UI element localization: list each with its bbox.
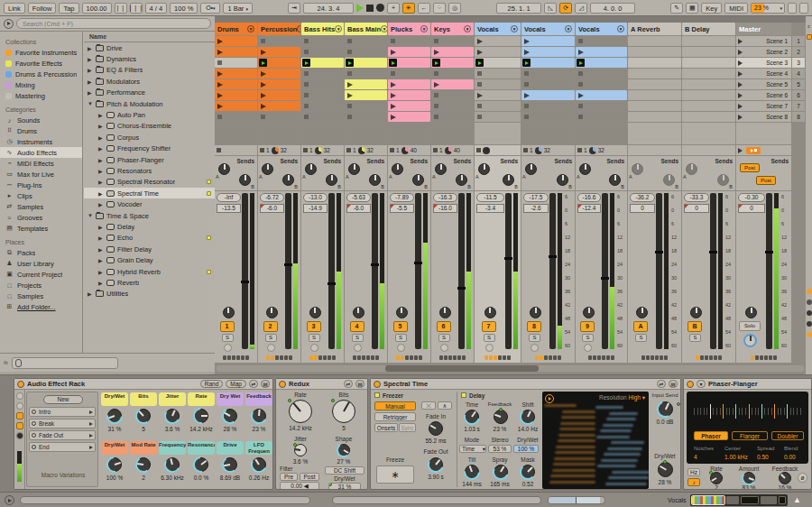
freezer-led[interactable]: [374, 392, 380, 398]
hot-swap-icon[interactable]: ⇄: [249, 380, 258, 388]
metronome-button[interactable]: O•▾: [200, 3, 220, 14]
send-a-post-toggle[interactable]: Post: [740, 163, 760, 172]
jitter-knob[interactable]: [294, 444, 307, 456]
track-menu-icon[interactable]: ▾: [247, 25, 254, 32]
output-drywet-knob[interactable]: [658, 462, 673, 477]
variation-launch-icon[interactable]: [89, 422, 93, 426]
volume-fader[interactable]: [602, 193, 608, 349]
clip-slot[interactable]: [576, 36, 627, 46]
clip-slot[interactable]: [215, 47, 257, 57]
rand-button[interactable]: Rand: [200, 380, 224, 388]
rate-knob[interactable]: [289, 400, 312, 423]
clip-slot[interactable]: [345, 69, 387, 78]
pan-knob[interactable]: [266, 307, 278, 318]
shift-knob[interactable]: [521, 410, 535, 424]
macro-knob[interactable]: [107, 409, 122, 423]
clip-stop-button[interactable]: [217, 148, 221, 152]
send-b-knob[interactable]: [717, 174, 729, 186]
clip-stop-button[interactable]: [346, 148, 351, 152]
save-preset-icon[interactable]: ▤: [261, 380, 270, 388]
tree-item-chorus-ensemble[interactable]: ▶Chorus-Ensemble: [84, 121, 215, 132]
scene-slot[interactable]: Scene 7: [736, 101, 791, 111]
clip-slot[interactable]: [345, 79, 387, 89]
clip-slot[interactable]: [301, 58, 344, 68]
volume-fader[interactable]: [372, 193, 378, 349]
sidebar-item-instruments[interactable]: ◷Instruments: [0, 136, 82, 147]
clip-stop-button[interactable]: [577, 148, 582, 152]
macro-knob[interactable]: [223, 409, 237, 423]
clip-slot[interactable]: [682, 112, 735, 122]
tree-item-phaser-flanger[interactable]: ▶Phaser-Flanger: [84, 154, 215, 165]
pan-knob[interactable]: [309, 307, 321, 318]
variation-fade-out[interactable]: Fade Out: [29, 430, 96, 440]
peak-level-display[interactable]: -5.63: [346, 193, 371, 202]
xfade-ramp-button[interactable]: ∧: [438, 401, 452, 410]
peak-level-display[interactable]: -7.89: [390, 193, 414, 202]
show-mixer-icon[interactable]: [807, 310, 812, 316]
fader-thumb[interactable]: [601, 277, 609, 280]
link-button[interactable]: Link: [4, 3, 25, 14]
macro-knob[interactable]: [107, 457, 122, 472]
resolution-value[interactable]: High: [629, 394, 641, 401]
pan-knob[interactable]: [396, 307, 408, 318]
expand-arrow-icon[interactable]: ▶: [98, 246, 104, 253]
show-variations-icon[interactable]: [16, 392, 23, 400]
preview-button[interactable]: [4, 19, 14, 29]
clip-slot[interactable]: [475, 47, 521, 57]
scene-launch-icon[interactable]: [738, 60, 743, 66]
track-activator[interactable]: 7: [482, 321, 496, 332]
spray-knob[interactable]: [494, 465, 508, 479]
pan-knob[interactable]: [636, 307, 648, 318]
macro-knob[interactable]: [194, 409, 208, 423]
sidebar-item-samples[interactable]: ⇄Samples: [0, 201, 82, 212]
track-activator[interactable]: 4: [350, 321, 364, 332]
clip-slot[interactable]: [521, 79, 575, 89]
send-a-knob[interactable]: [632, 163, 643, 175]
clip-slot[interactable]: [682, 47, 735, 57]
tree-item-drive[interactable]: ▶Drive: [84, 42, 215, 53]
track-header[interactable]: Percussion▾: [258, 23, 300, 35]
clip-slot[interactable]: [431, 36, 474, 46]
track-activator[interactable]: 6: [437, 321, 451, 332]
show-devices-icon[interactable]: [16, 422, 23, 429]
freeze-button[interactable]: ∗: [376, 466, 414, 484]
tree-item-dynamics[interactable]: ▶Dynamics: [84, 53, 215, 64]
record-button[interactable]: [376, 4, 384, 12]
follow-button[interactable]: Follow: [28, 3, 57, 14]
track-header[interactable]: Keys▾: [431, 23, 474, 35]
solo-button[interactable]: S: [484, 334, 495, 342]
clip-slot[interactable]: [475, 58, 521, 68]
sidebar-item-sounds[interactable]: ♪Sounds: [0, 115, 82, 125]
show-crossfader-icon[interactable]: [807, 332, 812, 337]
clip-slot[interactable]: [475, 112, 521, 122]
clip-slot[interactable]: [628, 47, 681, 57]
solo-button[interactable]: S: [689, 334, 701, 342]
fader-thumb[interactable]: [371, 263, 379, 266]
nudge-up-icon[interactable]: ❘❘❘: [130, 3, 143, 14]
scene-launch-icon[interactable]: [738, 104, 743, 109]
clip-slot[interactable]: [576, 79, 627, 89]
clip-slot[interactable]: [258, 47, 300, 57]
variation-break[interactable]: Break: [29, 419, 96, 429]
macro-knob[interactable]: [252, 457, 266, 472]
scene-launch-icon[interactable]: [738, 39, 743, 44]
filter-pre-button[interactable]: Pre: [280, 473, 298, 481]
clip-slot[interactable]: [431, 47, 474, 57]
sidebar-item-max-for-live[interactable]: ▭Max for Live: [0, 169, 82, 180]
track-header[interactable]: B Delay: [682, 23, 735, 35]
track-activator[interactable]: 5: [393, 321, 408, 332]
clip-slot[interactable]: [576, 69, 627, 78]
feedback-knob[interactable]: [494, 410, 508, 424]
send-a-knob[interactable]: [686, 163, 697, 175]
clip-slot[interactable]: [682, 101, 735, 111]
peak-level-display[interactable]: -6.72: [260, 193, 284, 202]
session-record-button[interactable]: ⁘: [433, 3, 446, 14]
amount-knob[interactable]: [743, 472, 755, 484]
device-title-bar[interactable]: Spectral Time ⇄ ▤: [371, 379, 680, 390]
follow-playhead-icon[interactable]: ⇥: [288, 3, 300, 14]
clip-slot[interactable]: [431, 101, 474, 111]
solo-button[interactable]: S: [582, 334, 594, 342]
clip-slot[interactable]: [475, 79, 521, 89]
clip-slot[interactable]: [576, 90, 627, 100]
clip-slot[interactable]: [258, 58, 300, 68]
